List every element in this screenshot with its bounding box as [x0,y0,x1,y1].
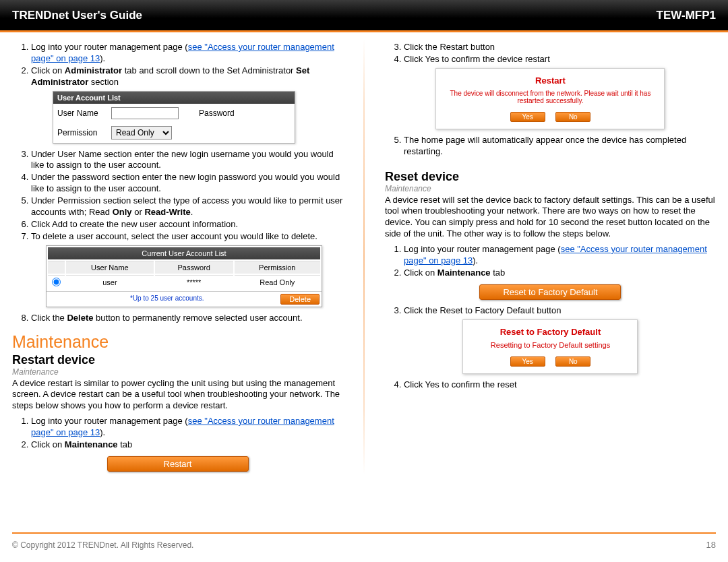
list-item: Click on Administrator tab and scroll do… [31,65,343,88]
no-button[interactable]: No [555,112,590,122]
restart-description: A device restart is similar to power cyc… [12,378,343,412]
col-password: Password [155,261,233,274]
account-footnote: *Up to 25 user accounts. [127,292,207,305]
dialog-title: Restart [448,75,652,86]
right-column: Click the Restart button Click Yes to co… [385,39,716,474]
list-item: Under the password section enter the new… [31,172,343,195]
restart-button[interactable]: Restart [107,456,249,472]
list-item: Log into your router management page (se… [31,416,343,439]
permission-label: Permission [57,128,104,137]
restart-heading: Restart device [12,353,343,367]
dialog-message: Resetting to Factory Default settings [475,341,625,349]
panel-title: Current User Account List [48,247,320,259]
list-item: Click Yes to confirm the device restart [404,54,716,65]
yes-button[interactable]: Yes [510,356,545,367]
list-item: Click the Restart button [404,42,716,53]
dialog-title: Reset to Factory Default [475,327,625,337]
page-header: TRENDnet User's Guide TEW-MFP1 [0,0,728,32]
panel-title: User Account List [53,92,295,104]
list-item: Click Yes to confirm the reset [404,379,716,391]
reset-heading: Reset device [385,170,716,184]
no-button[interactable]: No [555,356,590,367]
username-input[interactable] [111,107,179,119]
user-account-panel: User Account List User Name Password Per… [53,91,295,144]
list-item: Under User Name section enter the new lo… [31,149,343,172]
permission-select[interactable]: Read Only [111,126,172,139]
left-column: Log into your router management page (se… [12,39,343,474]
current-user-panel: Current User Account List User Name Pass… [46,245,322,307]
col-username: User Name [66,261,154,274]
breadcrumb: Maintenance [12,367,343,377]
table-row: user ***** Read Only [48,275,320,290]
list-item: Click on Maintenance tab [404,268,716,279]
yes-button[interactable]: Yes [510,112,545,122]
username-label: User Name [57,108,104,118]
column-divider [363,39,365,474]
copyright: © Copyright 2012 TRENDnet. All Rights Re… [12,540,193,550]
page-number: 18 [706,540,716,550]
model-number: TEW-MFP1 [657,9,716,22]
dialog-message: The device will disconnect from the netw… [448,90,652,104]
list-item: Click on Maintenance tab [31,439,343,451]
footer-divider [12,532,716,534]
breadcrumb: Maintenance [385,184,716,193]
restart-dialog: Restart The device will disconnect from … [435,68,665,129]
reset-dialog: Reset to Factory Default Resetting to Fa… [462,319,638,374]
reset-factory-button[interactable]: Reset to Factory Default [479,284,621,300]
col-permission: Permission [235,261,320,274]
list-item: The home page will automatically appear … [404,135,716,158]
list-item: Click the Reset to Factory Default butto… [404,305,716,317]
list-item: Log into your router management page (se… [404,244,716,267]
password-label: Password [199,108,246,118]
list-item: Click the Delete button to permanently r… [31,313,343,324]
list-item: Click Add to create the new user account… [31,219,343,230]
delete-button[interactable]: Delete [280,294,320,305]
row-radio[interactable] [52,278,61,286]
list-item: To delete a user account, select the use… [31,231,343,243]
list-item: Under Permission section select the type… [31,195,343,218]
maintenance-heading: Maintenance [12,332,343,352]
reset-description: A device reset will set the device back … [385,195,716,241]
list-item: Log into your router management page (se… [31,42,343,65]
guide-title: TRENDnet User's Guide [12,9,142,22]
